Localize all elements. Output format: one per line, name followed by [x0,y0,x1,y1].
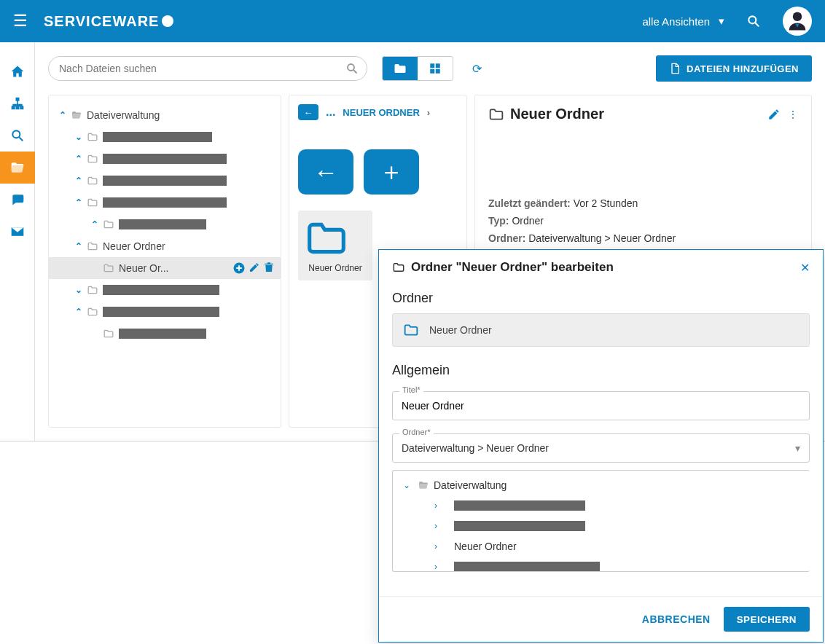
topbar-search-icon[interactable] [746,14,761,28]
close-icon[interactable]: ✕ [800,261,810,275]
nav-home-icon[interactable] [0,55,35,87]
redacted-label [119,329,206,339]
tree-root[interactable]: ⌃ Dateiverwaltung [49,104,281,126]
nav-mail-icon[interactable] [0,216,35,248]
view-grid-icon[interactable] [418,57,453,80]
redacted-label [103,307,219,317]
nav-chat-icon[interactable] [0,184,35,216]
nav-sitemap-icon[interactable] [0,87,35,119]
tree-item[interactable] [49,323,281,345]
chevron-right-icon[interactable]: › [429,521,442,531]
chevron-right-icon[interactable]: › [429,500,442,511]
chevron-down-icon[interactable]: ⌄ [400,480,413,490]
folder-icon [87,154,98,164]
more-icon[interactable]: ⋮ [788,109,798,120]
redacted-label [119,219,206,229]
chevron-up-icon[interactable]: ⌃ [71,241,87,251]
chevron-right-icon: › [427,107,430,118]
tree-picker-label: Dateiverwaltung [434,479,507,491]
edit-folder-dialog: Ordner "Neuer Ordner" bearbeiten ✕ Ordne… [378,249,824,643]
chevron-up-icon[interactable]: ⌃ [55,110,71,120]
search-input[interactable] [48,56,367,81]
folder-tree-picker: ⌄ Dateiverwaltung › › › Neuer Ordner › [392,470,810,572]
folder-select-value: Dateiverwaltung > Neuer Ordner [402,442,549,454]
refresh-icon[interactable]: ⟳ [472,62,482,76]
edit-icon[interactable] [767,108,781,121]
delete-icon[interactable] [263,262,275,275]
breadcrumb: ← ... NEUER ORDNER › [298,104,458,120]
cancel-button[interactable]: ABBRECHEN [642,613,711,625]
title-input[interactable] [392,391,810,420]
folder-icon [87,307,98,317]
chevron-up-icon[interactable]: ⌃ [71,197,87,208]
chevron-right-icon[interactable]: › [429,562,442,572]
folder-icon [87,132,98,142]
tree-picker-item[interactable]: › [393,557,810,572]
chevron-up-icon[interactable]: ⌃ [87,219,103,229]
dialog-title: Ordner "Neuer Ordner" bearbeiten [411,260,800,275]
folder-chip[interactable]: Neuer Ordner [392,313,810,347]
search-input-wrapper [48,56,367,81]
tree-label: Dateiverwaltung [87,109,160,121]
chevron-right-icon[interactable]: › [429,541,442,551]
nav-search-icon[interactable] [0,119,35,152]
tree-picker-root[interactable]: ⌄ Dateiverwaltung [393,475,810,495]
tree-item[interactable]: ⌃ [49,192,281,213]
add-files-label: DATEIEN HINZUFÜGEN [687,63,799,74]
chevron-up-icon[interactable]: ⌃ [71,176,87,186]
folder-open-icon [71,110,82,120]
tree-item[interactable]: ⌄ [49,126,281,148]
chevron-up-icon[interactable]: ⌃ [71,154,87,164]
nav-files-icon[interactable] [0,152,35,184]
tree-picker-item[interactable]: › Neuer Ordner [393,536,810,557]
add-files-button[interactable]: DATEIEN HINZUFÜGEN [656,55,812,82]
search-icon[interactable] [345,62,359,75]
redacted-label [103,176,227,186]
big-back-button[interactable]: ← [298,149,353,195]
tree-picker-item[interactable]: › [393,495,810,516]
svg-point-2 [793,12,802,22]
caret-down-icon: ▾ [719,15,724,28]
save-button[interactable]: SPEICHERN [724,607,810,632]
view-selector[interactable]: alle Ansichten▾ [642,15,724,28]
folder-tile[interactable]: Neuer Ordner [298,211,372,280]
add-icon[interactable] [232,262,246,275]
chevron-up-icon[interactable]: ⌃ [71,307,87,317]
tree-item[interactable]: ⌃ [49,148,281,170]
edit-icon[interactable] [249,262,260,275]
tree-item[interactable]: ⌄ [49,279,281,301]
file-icon [669,63,681,74]
last-modified-label: Zuletzt geändert: [488,197,571,209]
tree-item-selected[interactable]: Neuer Or... [49,257,281,279]
tree-picker-label: Neuer Ordner [454,541,517,552]
avatar[interactable] [783,7,812,36]
folder-icon [488,107,504,122]
tree-item-neuer-ordner[interactable]: ⌃ Neuer Ordner [49,235,281,257]
folder-select[interactable]: Dateiverwaltung > Neuer Ordner ▾ [392,433,810,463]
folder-icon [403,323,419,337]
tree-item[interactable]: ⌃ [49,170,281,192]
back-icon[interactable]: ← [298,104,318,120]
chevron-down-icon[interactable]: ⌄ [71,285,87,295]
tree-item[interactable]: ⌃ [49,301,281,323]
breadcrumb-dots[interactable]: ... [326,106,335,119]
left-nav [0,42,35,441]
title-field-label: Titel* [399,385,423,394]
chevron-down-icon[interactable]: ⌄ [71,132,87,142]
folder-tile-label: Neuer Ordner [302,263,368,273]
brand: SERVICEWARE [44,13,173,30]
dropdown-icon: ▾ [795,442,800,454]
tree-label: Neuer Or... [119,262,168,274]
redacted-label [454,562,600,572]
row-actions [232,262,281,275]
folder-icon [87,176,98,186]
tree-picker-item[interactable]: › [393,516,810,536]
detail-title: Neuer Ordner [510,106,760,122]
big-add-button[interactable]: ＋ [364,149,419,195]
menu-icon[interactable]: ☰ [13,12,28,31]
tree-item[interactable]: ⌃ [49,213,281,235]
view-toggle [382,56,453,81]
breadcrumb-label[interactable]: NEUER ORDNER [343,107,419,118]
view-folder-icon[interactable] [383,57,418,80]
folder-icon [103,219,114,229]
